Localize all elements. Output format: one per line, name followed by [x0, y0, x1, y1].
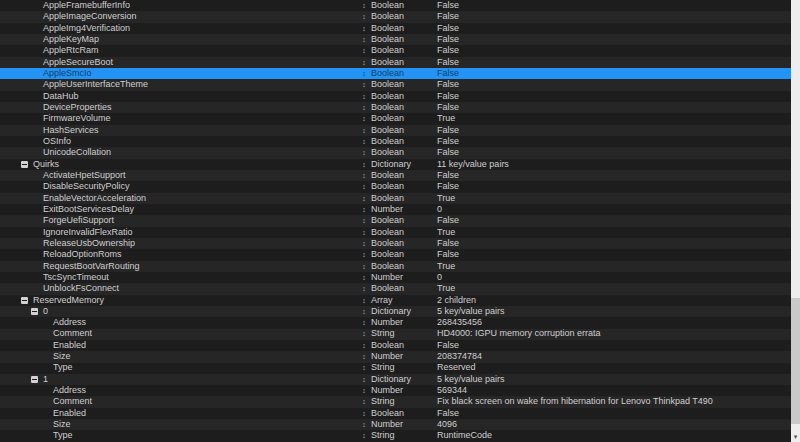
type-dropdown-icon[interactable]: ↕	[362, 408, 371, 418]
type-cell[interactable]: ↕ Number	[362, 204, 403, 215]
type-dropdown-icon[interactable]: ↕	[362, 250, 371, 260]
type-cell[interactable]: ↕ Boolean	[362, 34, 404, 45]
row-type[interactable]: String	[371, 396, 395, 407]
type-cell[interactable]: ↕ Boolean	[362, 45, 404, 56]
row-type[interactable]: Boolean	[371, 215, 404, 226]
type-dropdown-icon[interactable]: ↕	[362, 204, 371, 214]
row-type[interactable]: Number	[371, 419, 403, 430]
row-value[interactable]: False	[437, 136, 459, 147]
collapse-icon[interactable]	[21, 161, 28, 168]
row-value[interactable]: True	[437, 193, 455, 204]
row-value[interactable]: HD4000: IGPU memory corruption errata	[437, 329, 601, 340]
table-row[interactable]: ReloadOptionRoms ↕ Boolean False	[0, 249, 791, 260]
type-dropdown-icon[interactable]: ↕	[362, 80, 371, 90]
row-type[interactable]: Boolean	[371, 283, 404, 294]
table-row[interactable]: ForgeUefiSupport ↕ Boolean False	[0, 215, 791, 226]
type-cell[interactable]: ↕ Boolean	[362, 238, 404, 249]
row-type[interactable]: Boolean	[371, 45, 404, 56]
table-row[interactable]: Size ↕ Number 208374784	[0, 351, 791, 362]
table-row[interactable]: ExitBootServicesDelay ↕ Number 0	[0, 204, 791, 215]
row-type[interactable]: Boolean	[371, 136, 404, 147]
row-value[interactable]: 208374784	[437, 351, 482, 362]
type-dropdown-icon[interactable]: ↕	[362, 318, 371, 328]
table-row[interactable]: Address ↕ Number 569344	[0, 385, 791, 396]
type-dropdown-icon[interactable]: ↕	[362, 159, 371, 169]
row-type[interactable]: Boolean	[371, 23, 404, 34]
row-value[interactable]: False	[437, 68, 459, 79]
row-type[interactable]: Number	[371, 385, 403, 396]
type-dropdown-icon[interactable]: ↕	[362, 340, 371, 350]
row-value[interactable]: 5 key/value pairs	[437, 374, 505, 385]
type-cell[interactable]: ↕ Boolean	[362, 261, 404, 272]
row-value[interactable]: False	[437, 340, 459, 351]
type-dropdown-icon[interactable]: ↕	[362, 12, 371, 22]
table-row[interactable]: AppleSmcIo ↕ Boolean False	[0, 68, 791, 79]
row-type[interactable]: Boolean	[371, 249, 404, 260]
row-value[interactable]: False	[437, 0, 459, 11]
row-type[interactable]: Boolean	[371, 11, 404, 22]
table-row[interactable]: HashServices ↕ Boolean False	[0, 125, 791, 136]
row-type[interactable]: Boolean	[371, 261, 404, 272]
type-dropdown-icon[interactable]: ↕	[362, 193, 371, 203]
type-cell[interactable]: ↕ Dictionary	[362, 159, 411, 170]
type-cell[interactable]: ↕ Boolean	[362, 408, 404, 419]
table-row[interactable]: RequestBootVarRouting ↕ Boolean True	[0, 261, 791, 272]
type-dropdown-icon[interactable]: ↕	[362, 363, 371, 373]
row-type[interactable]: Boolean	[371, 91, 404, 102]
type-cell[interactable]: ↕ Number	[362, 272, 403, 283]
type-cell[interactable]: ↕ Boolean	[362, 181, 404, 192]
table-row[interactable]: Enabled ↕ Boolean False	[0, 408, 791, 419]
row-type[interactable]: Number	[371, 204, 403, 215]
type-cell[interactable]: ↕ Dictionary	[362, 306, 411, 317]
type-cell[interactable]: ↕ Boolean	[362, 249, 404, 260]
row-type[interactable]: Dictionary	[371, 159, 411, 170]
row-type[interactable]: Boolean	[371, 57, 404, 68]
row-type[interactable]: Boolean	[371, 79, 404, 90]
type-dropdown-icon[interactable]: ↕	[362, 352, 371, 362]
table-row[interactable]: 1 ↕ Dictionary 5 key/value pairs	[0, 374, 791, 385]
row-value[interactable]: 569344	[437, 385, 467, 396]
row-type[interactable]: Number	[371, 317, 403, 328]
table-row[interactable]: AppleImageConversion ↕ Boolean False	[0, 11, 791, 22]
row-type[interactable]: Boolean	[371, 170, 404, 181]
row-type[interactable]: String	[371, 329, 395, 340]
row-type[interactable]: String	[371, 363, 395, 374]
row-type[interactable]: Number	[371, 272, 403, 283]
type-cell[interactable]: ↕ Boolean	[362, 68, 404, 79]
collapse-icon[interactable]	[31, 376, 38, 383]
row-value[interactable]: False	[437, 125, 459, 136]
table-row[interactable]: OSInfo ↕ Boolean False	[0, 136, 791, 147]
type-cell[interactable]: ↕ Boolean	[362, 147, 404, 158]
type-cell[interactable]: ↕ Boolean	[362, 23, 404, 34]
type-dropdown-icon[interactable]: ↕	[362, 102, 371, 112]
type-dropdown-icon[interactable]: ↕	[362, 238, 371, 248]
type-dropdown-icon[interactable]: ↕	[362, 182, 371, 192]
table-row[interactable]: UnicodeCollation ↕ Boolean False	[0, 147, 791, 158]
row-value[interactable]: 11 key/value pairs	[437, 159, 509, 170]
table-row[interactable]: AppleUserInterfaceTheme ↕ Boolean False	[0, 79, 791, 90]
row-value[interactable]: False	[437, 147, 459, 158]
scroll-down-arrow-icon[interactable]: ▾	[791, 430, 800, 442]
row-value[interactable]: False	[437, 408, 459, 419]
table-row[interactable]: AppleRtcRam ↕ Boolean False	[0, 45, 791, 56]
table-row[interactable]: Quirks ↕ Dictionary 11 key/value pairs	[0, 159, 791, 170]
type-dropdown-icon[interactable]: ↕	[362, 148, 371, 158]
table-row[interactable]: Comment ↕ String Fix black screen on wak…	[0, 396, 791, 407]
row-value[interactable]: 0	[437, 272, 442, 283]
row-value[interactable]: False	[437, 79, 459, 90]
table-row[interactable]: EnableVectorAcceleration ↕ Boolean True	[0, 193, 791, 204]
vertical-scrollbar[interactable]: ▾	[791, 0, 800, 442]
scrollbar-thumb[interactable]	[791, 298, 800, 424]
row-value[interactable]: False	[437, 170, 459, 181]
row-type[interactable]: Boolean	[371, 340, 404, 351]
type-dropdown-icon[interactable]: ↕	[362, 397, 371, 407]
type-dropdown-icon[interactable]: ↕	[362, 329, 371, 339]
row-type[interactable]: Boolean	[371, 408, 404, 419]
type-dropdown-icon[interactable]: ↕	[362, 216, 371, 226]
table-row[interactable]: Type ↕ String Reserved	[0, 363, 791, 374]
type-cell[interactable]: ↕ Boolean	[362, 170, 404, 181]
row-type[interactable]: Boolean	[371, 68, 404, 79]
table-row[interactable]: Enabled ↕ Boolean False	[0, 340, 791, 351]
table-row[interactable]: AppleImg4Verification ↕ Boolean False	[0, 23, 791, 34]
type-cell[interactable]: ↕ String	[362, 329, 395, 340]
